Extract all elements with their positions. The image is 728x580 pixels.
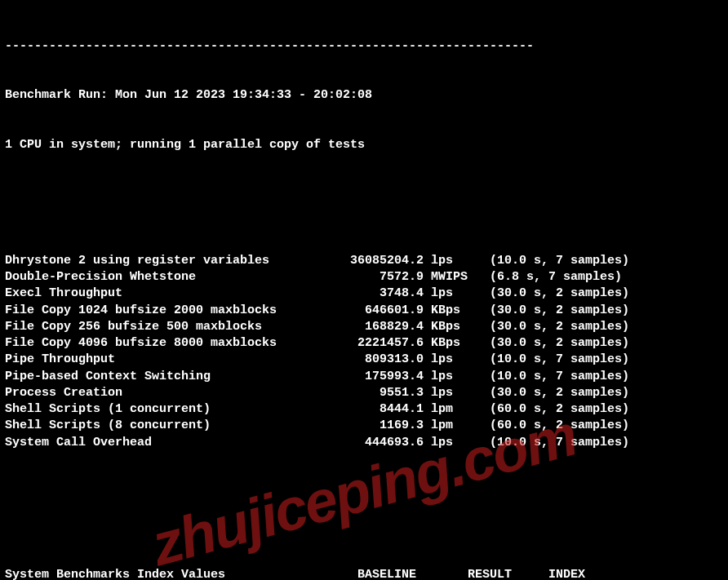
result-row: Execl Throughput3748.4lps(30.0 s, 2 samp…: [5, 286, 723, 302]
result-unit: lps: [424, 385, 475, 401]
blank-line: [5, 187, 723, 203]
result-name: File Copy 4096 bufsize 8000 maxblocks: [5, 335, 335, 352]
result-unit: lps: [424, 352, 475, 368]
result-name: Pipe-based Context Switching: [5, 369, 335, 385]
result-unit: KBps: [424, 303, 475, 319]
result-row: Shell Scripts (1 concurrent)8444.1lpm(60…: [5, 401, 723, 418]
result-value: 1169.3: [335, 418, 424, 434]
header-dashes: ----------------------------------------…: [5, 38, 723, 55]
result-meta: (30.0 s, 2 samples): [475, 335, 629, 352]
result-value: 168829.4: [335, 319, 424, 335]
result-value: 9551.3: [335, 385, 424, 401]
result-meta: (30.0 s, 2 samples): [475, 385, 629, 401]
result-name: Shell Scripts (8 concurrent): [5, 418, 335, 434]
result-unit: MWIPS: [424, 269, 475, 286]
result-row: Shell Scripts (8 concurrent)1169.3lpm(60…: [5, 418, 723, 434]
result-name: Shell Scripts (1 concurrent): [5, 401, 335, 418]
result-unit: KBps: [424, 319, 475, 335]
index-header-result: RESULT: [416, 567, 512, 581]
result-row: Pipe Throughput809313.0lps(10.0 s, 7 sam…: [5, 352, 723, 368]
result-row: Process Creation9551.3lps(30.0 s, 2 samp…: [5, 385, 723, 401]
result-unit: lps: [424, 253, 475, 269]
result-row: Dhrystone 2 using register variables3608…: [5, 253, 723, 269]
result-meta: (10.0 s, 7 samples): [475, 435, 629, 451]
index-header-row: System Benchmarks Index Values BASELINE …: [5, 567, 723, 581]
results-block: Dhrystone 2 using register variables3608…: [5, 253, 723, 451]
result-meta: (10.0 s, 7 samples): [475, 352, 629, 368]
result-meta: (30.0 s, 2 samples): [475, 319, 629, 335]
result-value: 2221457.6: [335, 335, 424, 352]
result-value: 7572.9: [335, 269, 424, 286]
result-unit: lps: [424, 286, 475, 302]
result-value: 809313.0: [335, 352, 424, 368]
result-row: Double-Precision Whetstone7572.9MWIPS(6.…: [5, 269, 723, 286]
result-name: System Call Overhead: [5, 435, 335, 451]
result-meta: (10.0 s, 7 samples): [475, 369, 629, 385]
result-row: File Copy 4096 bufsize 8000 maxblocks222…: [5, 335, 723, 352]
result-name: File Copy 256 bufsize 500 maxblocks: [5, 319, 335, 335]
result-unit: lps: [424, 435, 475, 451]
result-name: Pipe Throughput: [5, 352, 335, 368]
result-name: Double-Precision Whetstone: [5, 269, 335, 286]
blank-line: [5, 501, 723, 517]
result-name: Execl Throughput: [5, 286, 335, 302]
result-name: Process Creation: [5, 385, 335, 401]
result-unit: lpm: [424, 401, 475, 418]
result-meta: (60.0 s, 2 samples): [475, 401, 629, 418]
result-unit: lpm: [424, 418, 475, 434]
result-name: File Copy 1024 bufsize 2000 maxblocks: [5, 303, 335, 319]
result-row: Pipe-based Context Switching175993.4lps(…: [5, 369, 723, 385]
result-meta: (6.8 s, 7 samples): [475, 269, 622, 286]
result-value: 3748.4: [335, 286, 424, 302]
result-row: System Call Overhead444693.6lps(10.0 s, …: [5, 435, 723, 451]
index-header-baseline: BASELINE: [335, 567, 416, 581]
terminal-output: ----------------------------------------…: [0, 0, 728, 580]
index-header-index: INDEX: [512, 567, 585, 581]
benchmark-run-line: Benchmark Run: Mon Jun 12 2023 19:34:33 …: [5, 87, 723, 104]
result-meta: (30.0 s, 2 samples): [475, 303, 629, 319]
result-value: 444693.6: [335, 435, 424, 451]
result-value: 8444.1: [335, 401, 424, 418]
result-name: Dhrystone 2 using register variables: [5, 253, 335, 269]
result-unit: lps: [424, 369, 475, 385]
result-value: 175993.4: [335, 369, 424, 385]
result-value: 646601.9: [335, 303, 424, 319]
result-meta: (10.0 s, 7 samples): [475, 253, 629, 269]
cpu-line: 1 CPU in system; running 1 parallel copy…: [5, 137, 723, 153]
result-value: 36085204.2: [335, 253, 424, 269]
result-meta: (30.0 s, 2 samples): [475, 286, 629, 302]
result-row: File Copy 1024 bufsize 2000 maxblocks646…: [5, 303, 723, 319]
result-unit: KBps: [424, 335, 475, 352]
index-header-title: System Benchmarks Index Values: [5, 567, 335, 581]
result-row: File Copy 256 bufsize 500 maxblocks16882…: [5, 319, 723, 335]
result-meta: (60.0 s, 2 samples): [475, 418, 629, 434]
